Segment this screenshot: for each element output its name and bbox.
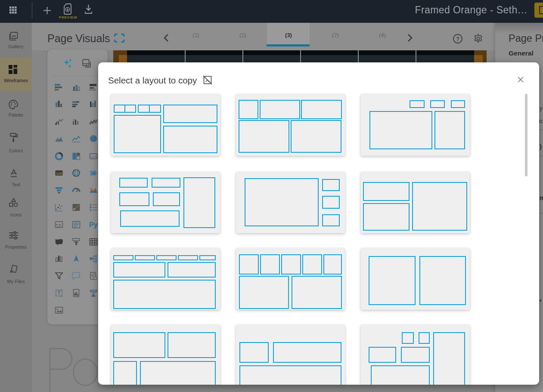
svg-text:T: T	[58, 291, 60, 296]
svg-text:123: 123	[90, 154, 96, 158]
svg-text:?: ?	[456, 36, 459, 42]
svg-text:123: 123	[56, 172, 62, 176]
svg-text:Py: Py	[89, 221, 98, 228]
